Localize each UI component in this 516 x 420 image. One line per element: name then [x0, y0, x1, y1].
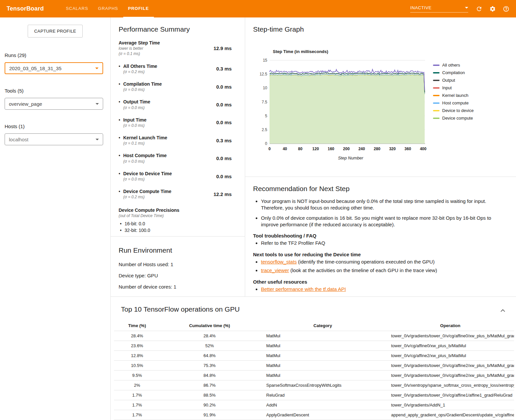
step-time-plot: 02.557.51012.515040801201602002402803203…	[256, 56, 428, 152]
table-row[interactable]: 1.7% 88.5% ReluGrad tower_0/v/gradients/…	[114, 390, 514, 400]
main-content: Performance Summary Average Step Time lo…	[110, 17, 516, 420]
collapse-button[interactable]	[499, 307, 507, 315]
operation-cell: tower_0/v/gradients/tower_0/v/cg/affine1…	[387, 390, 514, 400]
operation-cell: append_apply_gradient_ops/GradientDescen…	[387, 410, 514, 420]
legend-item: Device compute	[433, 116, 473, 121]
table-row[interactable]: 12.8% 64.8% MatMul tower_0/v/cg/affine2/…	[114, 351, 514, 361]
recommendation-subheading: Other useful resources	[253, 279, 506, 285]
legend-item: Device to device	[433, 108, 473, 113]
settings-button[interactable]	[489, 5, 497, 13]
bullet-icon: •	[119, 135, 120, 146]
run-environment-line: Device type: GPU	[119, 273, 237, 278]
svg-text:400: 400	[420, 147, 426, 151]
recommendation-link[interactable]: tensorflow_stats	[261, 259, 297, 265]
legend-swatch	[433, 95, 440, 96]
top-ops-title: Top 10 TensorFlow operations on GPU	[121, 305, 514, 313]
category-cell: MatMul	[259, 341, 387, 351]
perf-item-label-group: • Compilation Time (σ = 0.0 ms)	[119, 81, 162, 92]
cumulative-percent-cell: 75.3%	[160, 361, 259, 371]
table-row[interactable]: 2% 86.7% SparseSoftmaxCrossEntropyWithLo…	[114, 380, 514, 390]
nav-tab[interactable]: PROFILE	[123, 0, 154, 17]
perf-item-label-group: • Device Compute Time (σ = 0.2 ms)	[119, 188, 171, 200]
svg-text:2.5: 2.5	[262, 127, 267, 132]
cumulative-percent-cell: 64.8%	[160, 351, 259, 361]
table-row[interactable]: 23.6% 52% MatMul tower_0/v/cg/affine0/xw…	[114, 341, 514, 351]
top-ops-header-row: Time (%)Cumulative time (%)CategoryOpera…	[114, 321, 514, 331]
status-select[interactable]: INACTIVE	[410, 5, 468, 13]
table-row[interactable]: 28.4% 28.4% MatMul tower_0/v/gradients/t…	[114, 331, 514, 341]
table-row[interactable]: 1.7% 91.9% ApplyGradientDescent append_a…	[114, 410, 514, 420]
operation-cell: tower_0/v/gradients/tower_0/v/cg/affine0…	[387, 331, 514, 341]
recommendation-item: Refer to the TF2 Profiler FAQ	[261, 240, 506, 246]
legend-item: Kernel launch	[433, 93, 473, 98]
chart-title: Step Time (in milliseconds)	[273, 49, 508, 54]
time-percent-cell: 1.7%	[114, 390, 160, 400]
nav-tab[interactable]: GRAPHS	[93, 0, 123, 17]
perf-item-label-group: • All Others Time (σ = 0.2 ms)	[119, 63, 157, 74]
run-environment-line: Number of Hosts used: 1	[119, 262, 237, 267]
legend-swatch	[433, 118, 440, 119]
recommendation-link[interactable]: Better performance with the tf.data API	[261, 286, 346, 292]
perf-item-value: 0.3 ms	[216, 66, 232, 71]
hosts-label: Hosts (1)	[5, 124, 110, 129]
recommendation-subheading: Tool troubleshooting / FAQ	[253, 233, 506, 238]
time-percent-cell: 12.8%	[114, 351, 160, 361]
nav-tab[interactable]: SCALARS	[61, 0, 93, 17]
perf-item-sigma: (σ = 0.0 ms)	[123, 87, 162, 92]
header-actions: INACTIVE	[410, 5, 510, 13]
perf-item-label-group: • Device to Device Time (σ = 0.0 ms)	[119, 171, 172, 182]
run-environment-line: Number of device cores: 1	[119, 284, 237, 290]
hosts-field: Hosts (1) localhost	[0, 124, 110, 145]
perf-item-value: 12.2 ms	[214, 191, 232, 197]
runs-select-value: 2020_03_05_18_31_35	[9, 66, 62, 71]
runs-select[interactable]: 2020_03_05_18_31_35	[5, 62, 103, 74]
bullet-icon: •	[119, 63, 120, 74]
perf-item-sigma: (σ = 0.2 ms)	[123, 194, 171, 200]
precision-item: 32-bit: 100.0	[120, 227, 232, 234]
hosts-select[interactable]: localhost	[5, 133, 103, 145]
capture-profile-button[interactable]: CAPTURE PROFILE	[28, 25, 83, 38]
perf-summary-item: • Device to Device Time (σ = 0.0 ms) 0.0…	[119, 171, 232, 182]
operation-cell: tower_0/v/gradients/tower_0/v/cg/affine2…	[387, 371, 514, 380]
cumulative-percent-cell: 86.7%	[160, 380, 259, 390]
tools-field: Tools (5) overview_page	[0, 88, 110, 110]
bullet-icon: •	[119, 171, 120, 182]
perf-item-value: 0.0 ms	[216, 174, 232, 179]
top-ops-column-header: Time (%)	[114, 321, 160, 331]
perf-item-label: Device to Device Time	[123, 171, 172, 177]
run-environment-lines: Number of Hosts used: 1Device type: GPUN…	[119, 262, 237, 290]
bullet-icon: •	[119, 99, 120, 110]
refresh-button[interactable]	[475, 5, 483, 13]
cumulative-percent-cell: 52%	[160, 341, 259, 351]
perf-summary-item: • Output Time (σ = 0.0 ms) 0.0 ms	[119, 99, 232, 110]
bullet-icon: •	[119, 153, 120, 164]
perf-item-label: Input Time	[123, 117, 147, 123]
operation-cell: tower_0/v/cg/affine2/xw_plus_b/MatMul	[387, 351, 514, 361]
bullet-icon: •	[119, 117, 120, 128]
recommendation-bullets: Your program is NOT input-bound because …	[253, 198, 506, 228]
tools-select[interactable]: overview_page	[5, 98, 103, 110]
legend-swatch	[433, 80, 440, 81]
average-step-time-row: Average Step Time lower is better (σ = 0…	[119, 40, 232, 57]
perf-item-sigma: (σ = 0.0 ms)	[123, 105, 150, 110]
legend-label: All others	[442, 63, 460, 68]
legend-item: Output	[433, 78, 473, 83]
sidebar: CAPTURE PROFILE Runs (29) 2020_03_05_18_…	[0, 17, 110, 420]
table-row[interactable]: 9.5% 84.8% MatMul tower_0/v/gradients/to…	[114, 371, 514, 380]
recommendation-subheading: Next tools to use for reducing the Devic…	[253, 252, 506, 257]
table-row[interactable]: 1.7% 90.2% AddN tower_0/v/gradients/AddN…	[114, 400, 514, 410]
perf-item-label-group: • Input Time (σ = 0.0 ms)	[119, 117, 146, 128]
category-cell: MatMul	[259, 331, 387, 341]
legend-label: Input	[442, 85, 452, 90]
table-row[interactable]: 10.5% 75.3% MatMul tower_0/v/gradients/t…	[114, 361, 514, 371]
recommendation-title: Recommendation for Next Step	[253, 185, 506, 193]
recommendation-link[interactable]: trace_viewer	[261, 267, 289, 273]
legend-item: Input	[433, 85, 473, 90]
perf-item-label-group: • Kernel Launch Time (σ = 0.1 ms)	[119, 135, 167, 146]
help-button[interactable]	[502, 5, 510, 13]
category-cell: MatMul	[259, 371, 387, 380]
svg-text:15: 15	[263, 58, 268, 63]
perf-item-label: Host Compute Time	[123, 153, 167, 158]
cumulative-percent-cell: 84.8%	[160, 371, 259, 380]
perf-item-sigma: (σ = 0.2 ms)	[123, 69, 157, 74]
